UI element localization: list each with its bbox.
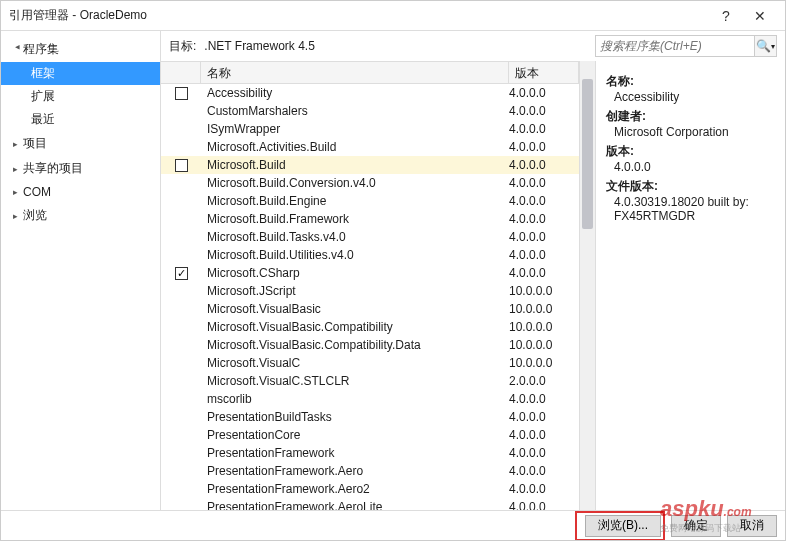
detail-filever-value2: FX45RTMGDR — [614, 209, 775, 223]
row-name: Microsoft.Build — [201, 158, 509, 172]
row-name: Microsoft.JScript — [201, 284, 509, 298]
row-version: 4.0.0.0 — [509, 410, 579, 424]
browse-button[interactable]: 浏览(B)... — [585, 515, 661, 537]
sidebar-group-label: 程序集 — [23, 41, 59, 58]
scrollbar[interactable] — [579, 61, 595, 510]
table-row[interactable]: Microsoft.Build.Utilities.v4.04.0.0.0 — [161, 246, 579, 264]
table-row[interactable]: Microsoft.VisualBasic10.0.0.0 — [161, 300, 579, 318]
footer: 浏览(B)... 确定 取消 — [1, 510, 785, 540]
detail-creator-label: 创建者: — [606, 108, 775, 125]
row-version: 4.0.0.0 — [509, 428, 579, 442]
sidebar-group-label: COM — [23, 185, 51, 199]
header-name[interactable]: 名称 — [201, 62, 509, 83]
detail-version-label: 版本: — [606, 143, 775, 160]
title-bar: 引用管理器 - OracleDemo ? ✕ — [1, 1, 785, 31]
row-name: Microsoft.Build.Conversion.v4.0 — [201, 176, 509, 190]
table-row[interactable]: Microsoft.Build.Framework4.0.0.0 — [161, 210, 579, 228]
row-name: Microsoft.VisualBasic.Compatibility.Data — [201, 338, 509, 352]
search-button[interactable]: 🔍 ▾ — [755, 35, 777, 57]
row-version: 4.0.0.0 — [509, 176, 579, 190]
row-name: Microsoft.VisualC — [201, 356, 509, 370]
dropdown-icon: ▾ — [771, 42, 775, 51]
row-name: Microsoft.CSharp — [201, 266, 509, 280]
table-row[interactable]: Microsoft.VisualC10.0.0.0 — [161, 354, 579, 372]
row-version: 4.0.0.0 — [509, 464, 579, 478]
sidebar-group-label: 共享的项目 — [23, 160, 83, 177]
row-version: 4.0.0.0 — [509, 482, 579, 496]
table-row[interactable]: Microsoft.CSharp4.0.0.0 — [161, 264, 579, 282]
table-row[interactable]: PresentationFramework.AeroLite4.0.0.0 — [161, 498, 579, 510]
table-row[interactable]: Microsoft.VisualBasic.Compatibility10.0.… — [161, 318, 579, 336]
target-value: .NET Framework 4.5 — [204, 39, 314, 53]
row-version: 4.0.0.0 — [509, 158, 579, 172]
row-version: 4.0.0.0 — [509, 500, 579, 510]
table-row[interactable]: PresentationCore4.0.0.0 — [161, 426, 579, 444]
assembly-list[interactable]: Accessibility4.0.0.0CustomMarshalers4.0.… — [161, 84, 579, 510]
table-row[interactable]: Microsoft.Build4.0.0.0 — [161, 156, 579, 174]
row-version: 10.0.0.0 — [509, 356, 579, 370]
chevron-icon: ▸ — [13, 187, 23, 197]
row-version: 4.0.0.0 — [509, 266, 579, 280]
row-checkbox[interactable] — [175, 267, 188, 280]
sidebar-item[interactable]: 扩展 — [1, 85, 160, 108]
row-checkbox[interactable] — [175, 159, 188, 172]
row-version: 4.0.0.0 — [509, 446, 579, 460]
scroll-thumb[interactable] — [582, 79, 593, 229]
sidebar-item[interactable]: 框架 — [1, 62, 160, 85]
table-row[interactable]: CustomMarshalers4.0.0.0 — [161, 102, 579, 120]
row-version: 10.0.0.0 — [509, 338, 579, 352]
table-row[interactable]: Microsoft.VisualC.STLCLR2.0.0.0 — [161, 372, 579, 390]
row-name: PresentationFramework.AeroLite — [201, 500, 509, 510]
chevron-icon: ▸ — [13, 211, 23, 221]
search-input[interactable] — [595, 35, 755, 57]
row-name: Microsoft.Build.Framework — [201, 212, 509, 226]
row-name: PresentationBuildTasks — [201, 410, 509, 424]
table-row[interactable]: Microsoft.Build.Tasks.v4.04.0.0.0 — [161, 228, 579, 246]
chevron-icon: ▾ — [13, 45, 23, 55]
close-button[interactable]: ✕ — [743, 2, 777, 30]
table-row[interactable]: Microsoft.Build.Engine4.0.0.0 — [161, 192, 579, 210]
cancel-button[interactable]: 取消 — [727, 515, 777, 537]
table-row[interactable]: PresentationFramework.Aero24.0.0.0 — [161, 480, 579, 498]
row-version: 4.0.0.0 — [509, 104, 579, 118]
row-checkbox[interactable] — [175, 87, 188, 100]
table-row[interactable]: Microsoft.JScript10.0.0.0 — [161, 282, 579, 300]
detail-name-label: 名称: — [606, 73, 775, 90]
sidebar-group[interactable]: ▸项目 — [1, 131, 160, 156]
row-name: PresentationFramework — [201, 446, 509, 460]
row-name: CustomMarshalers — [201, 104, 509, 118]
table-row[interactable]: Microsoft.Activities.Build4.0.0.0 — [161, 138, 579, 156]
sidebar-item[interactable]: 最近 — [1, 108, 160, 131]
table-row[interactable]: PresentationFramework4.0.0.0 — [161, 444, 579, 462]
row-version: 2.0.0.0 — [509, 374, 579, 388]
sidebar-group[interactable]: ▸浏览 — [1, 203, 160, 228]
table-row[interactable]: ISymWrapper4.0.0.0 — [161, 120, 579, 138]
table-row[interactable]: Microsoft.Build.Conversion.v4.04.0.0.0 — [161, 174, 579, 192]
header-version[interactable]: 版本 — [509, 62, 579, 83]
row-version: 4.0.0.0 — [509, 194, 579, 208]
table-row[interactable]: PresentationBuildTasks4.0.0.0 — [161, 408, 579, 426]
help-button[interactable]: ? — [709, 2, 743, 30]
row-name: Microsoft.VisualC.STLCLR — [201, 374, 509, 388]
row-version: 10.0.0.0 — [509, 320, 579, 334]
row-name: PresentationFramework.Aero2 — [201, 482, 509, 496]
row-name: Microsoft.VisualBasic — [201, 302, 509, 316]
table-row[interactable]: Microsoft.VisualBasic.Compatibility.Data… — [161, 336, 579, 354]
chevron-icon: ▸ — [13, 139, 23, 149]
header-checkbox[interactable] — [161, 62, 201, 83]
details-panel: 名称: Accessibility 创建者: Microsoft Corpora… — [595, 61, 785, 510]
row-name: Microsoft.Build.Utilities.v4.0 — [201, 248, 509, 262]
sidebar-group[interactable]: ▸COM — [1, 181, 160, 203]
sidebar-group[interactable]: ▸共享的项目 — [1, 156, 160, 181]
row-version: 4.0.0.0 — [509, 212, 579, 226]
sidebar-group[interactable]: ▾程序集 — [1, 37, 160, 62]
ok-button[interactable]: 确定 — [671, 515, 721, 537]
table-row[interactable]: Accessibility4.0.0.0 — [161, 84, 579, 102]
row-name: Microsoft.VisualBasic.Compatibility — [201, 320, 509, 334]
row-name: Microsoft.Activities.Build — [201, 140, 509, 154]
table-row[interactable]: mscorlib4.0.0.0 — [161, 390, 579, 408]
row-name: ISymWrapper — [201, 122, 509, 136]
detail-creator-value: Microsoft Corporation — [614, 125, 775, 139]
search-icon: 🔍 — [756, 39, 771, 53]
table-row[interactable]: PresentationFramework.Aero4.0.0.0 — [161, 462, 579, 480]
